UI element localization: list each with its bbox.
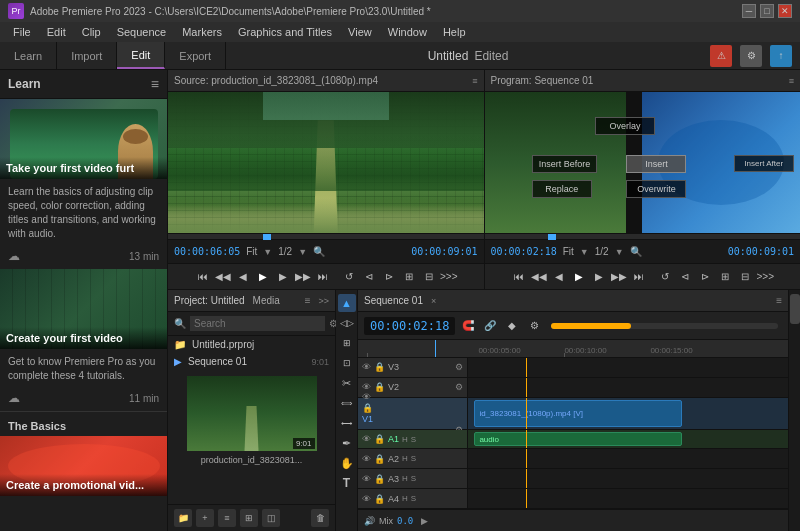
- rolling-tool[interactable]: ⊞: [338, 334, 356, 352]
- tutorial-card-1[interactable]: Take your first video furt Learn the bas…: [0, 99, 167, 269]
- promo-card[interactable]: Create a promotional vid...: [0, 436, 167, 496]
- project-item-root[interactable]: 📁 Untitled.prproj: [168, 336, 335, 353]
- insert-after-btn[interactable]: Insert After: [734, 155, 794, 172]
- a2-eye[interactable]: 👁: [362, 454, 371, 464]
- src-mark-out[interactable]: ⊳: [380, 268, 398, 286]
- src-rewind[interactable]: ◀◀: [214, 268, 232, 286]
- tab-edit[interactable]: Edit: [117, 42, 165, 69]
- prg-fwd1[interactable]: ▶: [590, 268, 608, 286]
- source-playbar[interactable]: [168, 233, 484, 239]
- source-zoom-icon[interactable]: 🔍: [313, 246, 325, 257]
- program-monitor-close[interactable]: ≡: [789, 76, 794, 86]
- slip-tool[interactable]: ⟺: [338, 394, 356, 412]
- tl-settings[interactable]: ⚙: [525, 318, 543, 334]
- menu-graphics[interactable]: Graphics and Titles: [231, 25, 339, 39]
- list-view-btn[interactable]: ≡: [218, 509, 236, 527]
- settings-button[interactable]: ⚙: [740, 45, 762, 67]
- timeline-tab[interactable]: Sequence 01: [364, 295, 423, 306]
- prg-play[interactable]: ▶: [570, 268, 588, 286]
- project-menu-icon[interactable]: ≡: [305, 295, 311, 306]
- tutorial-card-2[interactable]: Create your first video Get to know Prem…: [0, 269, 167, 411]
- tl-link-btn[interactable]: 🔗: [481, 318, 499, 334]
- src-insert[interactable]: ⊞: [400, 268, 418, 286]
- timeline-menu-icon[interactable]: ≡: [776, 295, 782, 306]
- prg-back1[interactable]: ◀: [550, 268, 568, 286]
- prg-rewind[interactable]: ◀◀: [530, 268, 548, 286]
- source-playhead[interactable]: [263, 234, 271, 240]
- program-zoom-icon[interactable]: 🔍: [630, 246, 642, 257]
- prg-mark-in[interactable]: ⊲: [676, 268, 694, 286]
- a2-lock[interactable]: 🔒: [374, 454, 385, 464]
- v1-lock[interactable]: 🔒: [362, 403, 373, 413]
- src-ff[interactable]: ▶▶: [294, 268, 312, 286]
- v1-eye[interactable]: 👁: [362, 392, 371, 402]
- project-expand-icon[interactable]: >>: [318, 296, 329, 306]
- insert-btn[interactable]: Insert: [626, 155, 686, 173]
- project-tab[interactable]: Project: Untitled: [174, 295, 245, 306]
- clip-thumbnail[interactable]: 9:01: [187, 376, 317, 451]
- freeform-btn[interactable]: ◫: [262, 509, 280, 527]
- scrollbar-thumb[interactable]: [790, 294, 800, 324]
- v2-settings[interactable]: ⚙: [455, 382, 463, 392]
- tl-add-marker[interactable]: ◆: [503, 318, 521, 334]
- warning-button[interactable]: ⚠: [710, 45, 732, 67]
- a3-lock[interactable]: 🔒: [374, 474, 385, 484]
- source-zoom[interactable]: Fit: [246, 246, 257, 257]
- rate-tool[interactable]: ⊡: [338, 354, 356, 372]
- a1-eye[interactable]: 👁: [362, 434, 371, 444]
- right-scrollbar[interactable]: [788, 290, 800, 531]
- v3-settings[interactable]: ⚙: [455, 362, 463, 372]
- source-ratio[interactable]: 1/2: [278, 246, 292, 257]
- src-overwrite[interactable]: ⊟: [420, 268, 438, 286]
- maximize-button[interactable]: □: [760, 4, 774, 18]
- menu-view[interactable]: View: [341, 25, 379, 39]
- close-button[interactable]: ✕: [778, 4, 792, 18]
- replace-btn[interactable]: Replace: [532, 180, 592, 198]
- timeline-close-icon[interactable]: ×: [431, 296, 436, 306]
- src-step-back[interactable]: ⏮: [194, 268, 212, 286]
- v1-clip[interactable]: id_3823081_(1080p).mp4 [V]: [474, 400, 682, 427]
- share-button[interactable]: ↑: [770, 45, 792, 67]
- menu-help[interactable]: Help: [436, 25, 473, 39]
- prg-step-back[interactable]: ⏮: [510, 268, 528, 286]
- razor-tool[interactable]: ✂: [338, 374, 356, 392]
- overwrite-btn[interactable]: Overwrite: [626, 180, 686, 198]
- menu-clip[interactable]: Clip: [75, 25, 108, 39]
- v3-eye[interactable]: 👁: [362, 362, 371, 372]
- menu-file[interactable]: File: [6, 25, 38, 39]
- tab-import[interactable]: Import: [57, 42, 117, 69]
- timeline-timecode[interactable]: 00:00:02:18: [364, 317, 455, 335]
- src-play[interactable]: ▶: [254, 268, 272, 286]
- src-fwd1[interactable]: ▶: [274, 268, 292, 286]
- project-search-input[interactable]: [190, 316, 325, 331]
- media-tab[interactable]: Media: [253, 295, 280, 306]
- icon-view-btn[interactable]: ⊞: [240, 509, 258, 527]
- a1-clip[interactable]: audio: [474, 432, 682, 447]
- menu-sequence[interactable]: Sequence: [110, 25, 174, 39]
- src-more[interactable]: >>>: [440, 268, 458, 286]
- src-step-fwd[interactable]: ⏭: [314, 268, 332, 286]
- prg-extract[interactable]: ⊟: [736, 268, 754, 286]
- select-tool[interactable]: ▲: [338, 294, 356, 312]
- program-zoom[interactable]: Fit: [563, 246, 574, 257]
- menu-markers[interactable]: Markers: [175, 25, 229, 39]
- v3-lock[interactable]: 🔒: [374, 362, 385, 372]
- prg-more[interactable]: >>>: [756, 268, 774, 286]
- hand-tool[interactable]: ✋: [338, 454, 356, 472]
- program-playbar[interactable]: [485, 233, 801, 239]
- src-mark-in[interactable]: ⊲: [360, 268, 378, 286]
- a4-lock[interactable]: 🔒: [374, 494, 385, 504]
- learn-menu-icon[interactable]: ≡: [151, 76, 159, 92]
- new-bin-btn[interactable]: 📁: [174, 509, 192, 527]
- tl-expand-icon[interactable]: ▶: [421, 516, 428, 526]
- minimize-button[interactable]: ─: [742, 4, 756, 18]
- menu-edit[interactable]: Edit: [40, 25, 73, 39]
- src-back1[interactable]: ◀: [234, 268, 252, 286]
- slide-tool[interactable]: ⟷: [338, 414, 356, 432]
- prg-loop[interactable]: ↺: [656, 268, 674, 286]
- tl-audio-icon[interactable]: 🔊: [364, 516, 375, 526]
- tab-learn[interactable]: Learn: [0, 42, 57, 69]
- overlay-btn[interactable]: Overlay: [595, 117, 655, 135]
- ripple-tool[interactable]: ◁▷: [338, 314, 356, 332]
- v2-lock[interactable]: 🔒: [374, 382, 385, 392]
